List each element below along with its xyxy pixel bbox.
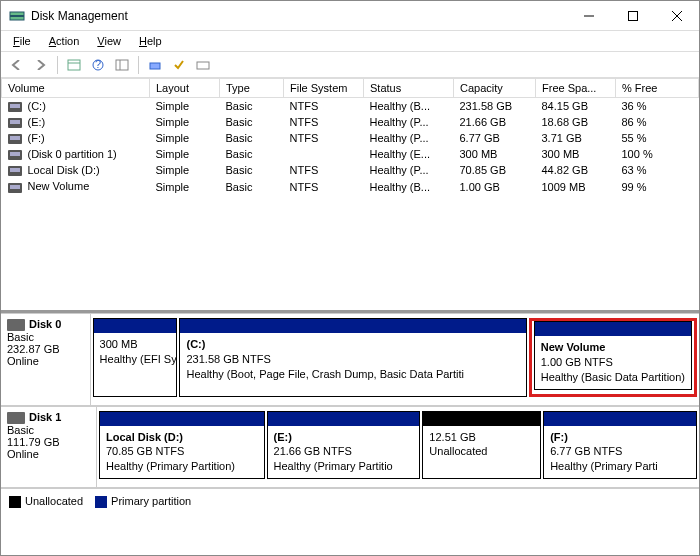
col-volume[interactable]: Volume — [2, 79, 150, 98]
volume-name: (Disk 0 partition 1) — [28, 148, 117, 160]
partition[interactable]: (C:) 231.58 GB NTFS Healthy (Boot, Page … — [179, 318, 526, 397]
menu-file[interactable]: File — [5, 33, 39, 49]
partition-size: 1.00 GB NTFS — [541, 356, 613, 368]
partition[interactable]: 12.51 GB Unallocated — [422, 411, 541, 480]
back-button[interactable] — [7, 55, 27, 75]
partition-title: (E:) — [274, 431, 292, 443]
partition[interactable]: 300 MB Healthy (EFI System Parti — [93, 318, 178, 397]
partition-size: 21.66 GB NTFS — [274, 445, 352, 457]
cell-type: Basic — [220, 178, 284, 194]
help-button[interactable]: ? — [88, 55, 108, 75]
menu-help[interactable]: Help — [131, 33, 170, 49]
col-type[interactable]: Type — [220, 79, 284, 98]
volume-list[interactable]: Volume Layout Type File System Status Ca… — [1, 78, 699, 310]
col-status[interactable]: Status — [364, 79, 454, 98]
cell-layout: Simple — [150, 178, 220, 194]
partition[interactable]: (F:) 6.77 GB NTFS Healthy (Primary Parti — [543, 411, 697, 480]
toolbar: ? — [1, 52, 699, 78]
table-row[interactable]: Local Disk (D:) Simple Basic NTFS Health… — [2, 162, 699, 178]
disk-name: Disk 1 — [29, 411, 61, 423]
partition[interactable]: (E:) 21.66 GB NTFS Healthy (Primary Part… — [267, 411, 421, 480]
svg-text:?: ? — [95, 59, 101, 70]
table-row[interactable]: (Disk 0 partition 1) Simple Basic Health… — [2, 146, 699, 162]
cell-layout: Simple — [150, 114, 220, 130]
cell-status: Healthy (P... — [364, 130, 454, 146]
disk-type: Basic — [7, 424, 90, 436]
cell-fs — [284, 146, 364, 162]
svg-rect-1 — [10, 15, 24, 17]
table-row[interactable]: New Volume Simple Basic NTFS Healthy (B.… — [2, 178, 699, 194]
partition-body: (C:) 231.58 GB NTFS Healthy (Boot, Page … — [180, 333, 525, 386]
partition-body: 12.51 GB Unallocated — [423, 426, 540, 464]
table-row[interactable]: (C:) Simple Basic NTFS Healthy (B... 231… — [2, 98, 699, 115]
table-row[interactable]: (E:) Simple Basic NTFS Healthy (P... 21.… — [2, 114, 699, 130]
cell-capacity: 6.77 GB — [454, 130, 536, 146]
partition-body: New Volume 1.00 GB NTFS Healthy (Basic D… — [535, 336, 691, 389]
cell-layout: Simple — [150, 146, 220, 162]
col-fs[interactable]: File System — [284, 79, 364, 98]
cell-capacity: 70.85 GB — [454, 162, 536, 178]
partition[interactable]: Local Disk (D:) 70.85 GB NTFS Healthy (P… — [99, 411, 265, 480]
highlighted-partition: New Volume 1.00 GB NTFS Healthy (Basic D… — [529, 318, 697, 397]
partition-status: Healthy (Primary Partitio — [274, 460, 393, 472]
partition-size: 6.77 GB NTFS — [550, 445, 622, 457]
cell-free: 18.68 GB — [536, 114, 616, 130]
table-row[interactable]: (F:) Simple Basic NTFS Healthy (P... 6.7… — [2, 130, 699, 146]
volume-icon — [8, 134, 22, 144]
partition-title: New Volume — [541, 341, 606, 353]
disk-name: Disk 0 — [29, 318, 61, 330]
cell-free: 300 MB — [536, 146, 616, 162]
partition-size: 12.51 GB — [429, 431, 475, 443]
menu-view[interactable]: View — [89, 33, 129, 49]
partition-size: 70.85 GB NTFS — [106, 445, 184, 457]
cell-pfree: 99 % — [616, 178, 699, 194]
volume-icon — [8, 150, 22, 160]
cell-type: Basic — [220, 114, 284, 130]
partition-status: Healthy (Boot, Page File, Crash Dump, Ba… — [186, 368, 464, 380]
volume-icon — [8, 166, 22, 176]
toolbar-btn-5[interactable] — [169, 55, 189, 75]
toolbar-btn-4[interactable] — [145, 55, 165, 75]
close-button[interactable] — [655, 2, 699, 30]
svg-rect-13 — [197, 62, 209, 69]
partition-stripe — [94, 319, 177, 333]
partition[interactable]: New Volume 1.00 GB NTFS Healthy (Basic D… — [534, 321, 692, 390]
col-layout[interactable]: Layout — [150, 79, 220, 98]
partition-status: Healthy (Basic Data Partition) — [541, 371, 685, 383]
col-capacity[interactable]: Capacity — [454, 79, 536, 98]
partition-body: (E:) 21.66 GB NTFS Healthy (Primary Part… — [268, 426, 420, 479]
legend-unallocated: Unallocated — [9, 495, 83, 508]
col-free[interactable]: Free Spa... — [536, 79, 616, 98]
disk-label[interactable]: Disk 1 Basic 111.79 GB Online — [1, 407, 97, 488]
toolbar-btn-6[interactable] — [193, 55, 213, 75]
toolbar-btn-3[interactable] — [112, 55, 132, 75]
partition-status: Unallocated — [429, 445, 487, 457]
volume-name: (E:) — [28, 116, 46, 128]
col-pfree[interactable]: % Free — [616, 79, 699, 98]
disk-row: Disk 0 Basic 232.87 GB Online 300 MB Hea… — [1, 313, 699, 406]
partition-title: Local Disk (D:) — [106, 431, 183, 443]
svg-rect-12 — [150, 63, 160, 69]
volume-icon — [8, 102, 22, 112]
toolbar-btn-1[interactable] — [64, 55, 84, 75]
cell-fs: NTFS — [284, 114, 364, 130]
cell-capacity: 300 MB — [454, 146, 536, 162]
menu-action[interactable]: Action — [41, 33, 88, 49]
disk-icon — [7, 319, 25, 331]
disk-label[interactable]: Disk 0 Basic 232.87 GB Online — [1, 314, 91, 405]
partition-stripe — [423, 412, 540, 426]
partition-stripe — [268, 412, 420, 426]
cell-status: Healthy (E... — [364, 146, 454, 162]
maximize-button[interactable] — [611, 2, 655, 30]
window-title: Disk Management — [31, 9, 567, 23]
partition-stripe — [535, 322, 691, 336]
volume-name: Local Disk (D:) — [28, 164, 100, 176]
forward-button[interactable] — [31, 55, 51, 75]
cell-layout: Simple — [150, 98, 220, 115]
cell-type: Basic — [220, 98, 284, 115]
cell-fs: NTFS — [284, 162, 364, 178]
partition-stripe — [180, 319, 525, 333]
disk-type: Basic — [7, 331, 84, 343]
minimize-button[interactable] — [567, 2, 611, 30]
column-headers[interactable]: Volume Layout Type File System Status Ca… — [2, 79, 699, 98]
